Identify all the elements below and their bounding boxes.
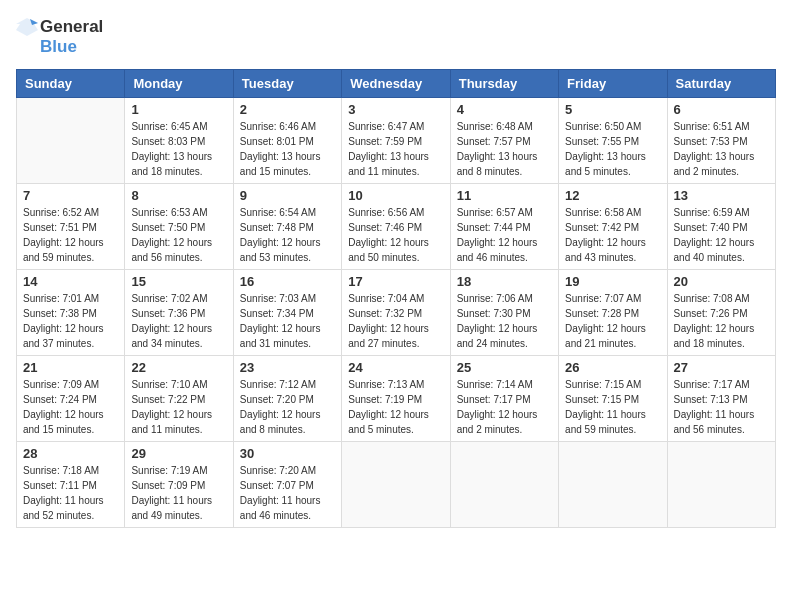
calendar-cell: [667, 441, 775, 527]
calendar-cell: 8Sunrise: 6:53 AM Sunset: 7:50 PM Daylig…: [125, 183, 233, 269]
calendar-cell: 12Sunrise: 6:58 AM Sunset: 7:42 PM Dayli…: [559, 183, 667, 269]
calendar-cell: [559, 441, 667, 527]
calendar-header-row: SundayMondayTuesdayWednesdayThursdayFrid…: [17, 69, 776, 97]
day-number: 19: [565, 274, 660, 289]
day-info: Sunrise: 7:14 AM Sunset: 7:17 PM Dayligh…: [457, 377, 552, 437]
logo: General Blue: [16, 16, 103, 57]
day-header-sunday: Sunday: [17, 69, 125, 97]
calendar-cell: 7Sunrise: 6:52 AM Sunset: 7:51 PM Daylig…: [17, 183, 125, 269]
calendar-cell: 26Sunrise: 7:15 AM Sunset: 7:15 PM Dayli…: [559, 355, 667, 441]
day-number: 27: [674, 360, 769, 375]
calendar-cell: 20Sunrise: 7:08 AM Sunset: 7:26 PM Dayli…: [667, 269, 775, 355]
calendar-cell: 1Sunrise: 6:45 AM Sunset: 8:03 PM Daylig…: [125, 97, 233, 183]
day-header-saturday: Saturday: [667, 69, 775, 97]
day-info: Sunrise: 7:08 AM Sunset: 7:26 PM Dayligh…: [674, 291, 769, 351]
day-header-thursday: Thursday: [450, 69, 558, 97]
calendar-cell: 25Sunrise: 7:14 AM Sunset: 7:17 PM Dayli…: [450, 355, 558, 441]
day-number: 7: [23, 188, 118, 203]
day-number: 23: [240, 360, 335, 375]
day-info: Sunrise: 7:04 AM Sunset: 7:32 PM Dayligh…: [348, 291, 443, 351]
day-header-tuesday: Tuesday: [233, 69, 341, 97]
day-number: 10: [348, 188, 443, 203]
calendar-cell: 4Sunrise: 6:48 AM Sunset: 7:57 PM Daylig…: [450, 97, 558, 183]
day-number: 2: [240, 102, 335, 117]
day-number: 28: [23, 446, 118, 461]
day-number: 25: [457, 360, 552, 375]
week-row-2: 7Sunrise: 6:52 AM Sunset: 7:51 PM Daylig…: [17, 183, 776, 269]
day-info: Sunrise: 6:54 AM Sunset: 7:48 PM Dayligh…: [240, 205, 335, 265]
calendar-cell: [450, 441, 558, 527]
day-header-friday: Friday: [559, 69, 667, 97]
day-number: 16: [240, 274, 335, 289]
day-number: 12: [565, 188, 660, 203]
day-number: 15: [131, 274, 226, 289]
day-info: Sunrise: 7:07 AM Sunset: 7:28 PM Dayligh…: [565, 291, 660, 351]
calendar-cell: 9Sunrise: 6:54 AM Sunset: 7:48 PM Daylig…: [233, 183, 341, 269]
day-info: Sunrise: 6:57 AM Sunset: 7:44 PM Dayligh…: [457, 205, 552, 265]
day-number: 26: [565, 360, 660, 375]
day-number: 17: [348, 274, 443, 289]
day-header-wednesday: Wednesday: [342, 69, 450, 97]
calendar-cell: [17, 97, 125, 183]
calendar-cell: 3Sunrise: 6:47 AM Sunset: 7:59 PM Daylig…: [342, 97, 450, 183]
day-number: 3: [348, 102, 443, 117]
day-info: Sunrise: 7:06 AM Sunset: 7:30 PM Dayligh…: [457, 291, 552, 351]
day-number: 30: [240, 446, 335, 461]
svg-marker-0: [16, 18, 38, 36]
week-row-3: 14Sunrise: 7:01 AM Sunset: 7:38 PM Dayli…: [17, 269, 776, 355]
calendar-cell: 30Sunrise: 7:20 AM Sunset: 7:07 PM Dayli…: [233, 441, 341, 527]
day-number: 6: [674, 102, 769, 117]
day-info: Sunrise: 7:20 AM Sunset: 7:07 PM Dayligh…: [240, 463, 335, 523]
calendar-cell: 2Sunrise: 6:46 AM Sunset: 8:01 PM Daylig…: [233, 97, 341, 183]
day-number: 9: [240, 188, 335, 203]
day-number: 29: [131, 446, 226, 461]
day-info: Sunrise: 6:52 AM Sunset: 7:51 PM Dayligh…: [23, 205, 118, 265]
calendar-cell: 28Sunrise: 7:18 AM Sunset: 7:11 PM Dayli…: [17, 441, 125, 527]
calendar-cell: 6Sunrise: 6:51 AM Sunset: 7:53 PM Daylig…: [667, 97, 775, 183]
logo-bird-icon: [16, 16, 38, 38]
day-info: Sunrise: 6:53 AM Sunset: 7:50 PM Dayligh…: [131, 205, 226, 265]
day-info: Sunrise: 7:13 AM Sunset: 7:19 PM Dayligh…: [348, 377, 443, 437]
day-info: Sunrise: 7:02 AM Sunset: 7:36 PM Dayligh…: [131, 291, 226, 351]
day-info: Sunrise: 6:46 AM Sunset: 8:01 PM Dayligh…: [240, 119, 335, 179]
week-row-1: 1Sunrise: 6:45 AM Sunset: 8:03 PM Daylig…: [17, 97, 776, 183]
day-info: Sunrise: 7:19 AM Sunset: 7:09 PM Dayligh…: [131, 463, 226, 523]
day-info: Sunrise: 7:01 AM Sunset: 7:38 PM Dayligh…: [23, 291, 118, 351]
calendar-cell: 19Sunrise: 7:07 AM Sunset: 7:28 PM Dayli…: [559, 269, 667, 355]
logo-container: General Blue: [16, 16, 103, 57]
calendar-cell: 16Sunrise: 7:03 AM Sunset: 7:34 PM Dayli…: [233, 269, 341, 355]
day-number: 21: [23, 360, 118, 375]
calendar-cell: 27Sunrise: 7:17 AM Sunset: 7:13 PM Dayli…: [667, 355, 775, 441]
day-info: Sunrise: 6:59 AM Sunset: 7:40 PM Dayligh…: [674, 205, 769, 265]
day-number: 22: [131, 360, 226, 375]
week-row-4: 21Sunrise: 7:09 AM Sunset: 7:24 PM Dayli…: [17, 355, 776, 441]
calendar-cell: 5Sunrise: 6:50 AM Sunset: 7:55 PM Daylig…: [559, 97, 667, 183]
calendar-cell: 14Sunrise: 7:01 AM Sunset: 7:38 PM Dayli…: [17, 269, 125, 355]
day-header-monday: Monday: [125, 69, 233, 97]
logo-general: General: [40, 18, 103, 37]
day-info: Sunrise: 7:10 AM Sunset: 7:22 PM Dayligh…: [131, 377, 226, 437]
logo-blue: Blue: [40, 38, 77, 57]
day-info: Sunrise: 6:45 AM Sunset: 8:03 PM Dayligh…: [131, 119, 226, 179]
day-number: 24: [348, 360, 443, 375]
calendar-cell: 23Sunrise: 7:12 AM Sunset: 7:20 PM Dayli…: [233, 355, 341, 441]
day-info: Sunrise: 6:50 AM Sunset: 7:55 PM Dayligh…: [565, 119, 660, 179]
day-number: 4: [457, 102, 552, 117]
day-info: Sunrise: 7:09 AM Sunset: 7:24 PM Dayligh…: [23, 377, 118, 437]
day-number: 8: [131, 188, 226, 203]
day-info: Sunrise: 7:18 AM Sunset: 7:11 PM Dayligh…: [23, 463, 118, 523]
calendar-cell: 15Sunrise: 7:02 AM Sunset: 7:36 PM Dayli…: [125, 269, 233, 355]
day-number: 1: [131, 102, 226, 117]
day-info: Sunrise: 6:47 AM Sunset: 7:59 PM Dayligh…: [348, 119, 443, 179]
day-number: 5: [565, 102, 660, 117]
day-info: Sunrise: 6:51 AM Sunset: 7:53 PM Dayligh…: [674, 119, 769, 179]
calendar-cell: 11Sunrise: 6:57 AM Sunset: 7:44 PM Dayli…: [450, 183, 558, 269]
calendar-cell: 22Sunrise: 7:10 AM Sunset: 7:22 PM Dayli…: [125, 355, 233, 441]
calendar-cell: 29Sunrise: 7:19 AM Sunset: 7:09 PM Dayli…: [125, 441, 233, 527]
calendar-cell: 13Sunrise: 6:59 AM Sunset: 7:40 PM Dayli…: [667, 183, 775, 269]
day-info: Sunrise: 7:17 AM Sunset: 7:13 PM Dayligh…: [674, 377, 769, 437]
week-row-5: 28Sunrise: 7:18 AM Sunset: 7:11 PM Dayli…: [17, 441, 776, 527]
day-info: Sunrise: 6:58 AM Sunset: 7:42 PM Dayligh…: [565, 205, 660, 265]
calendar-table: SundayMondayTuesdayWednesdayThursdayFrid…: [16, 69, 776, 528]
day-info: Sunrise: 7:12 AM Sunset: 7:20 PM Dayligh…: [240, 377, 335, 437]
